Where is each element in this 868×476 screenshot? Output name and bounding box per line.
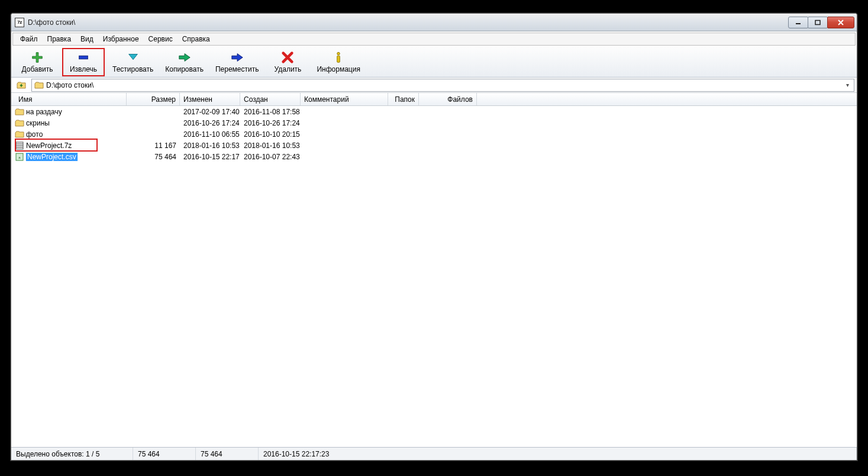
file-row[interactable]: скрины2016-10-26 17:242016-10-26 17:24: [11, 117, 857, 128]
status-time: 2016-10-15 22:17:23: [259, 448, 857, 460]
file-created: 2016-10-10 20:15: [240, 130, 301, 139]
app-icon: 7z: [15, 18, 24, 27]
minimize-button[interactable]: [788, 17, 808, 28]
move-button[interactable]: Переместить: [211, 48, 263, 76]
test-button[interactable]: Тестировать: [108, 48, 157, 76]
delete-label: Удалить: [275, 65, 302, 73]
file-row[interactable]: фото2016-11-10 06:552016-10-10 20:15: [11, 128, 857, 140]
folder-icon: [15, 119, 24, 127]
menu-edit[interactable]: Правка: [43, 34, 76, 44]
file-name: скрины: [26, 119, 50, 127]
menu-help[interactable]: Справка: [178, 34, 215, 44]
window-controls: [789, 17, 854, 28]
col-created[interactable]: Создан: [240, 93, 301, 105]
status-selection: Выделено объектов: 1 / 5: [11, 448, 133, 460]
file-modified: 2018-01-16 10:53: [180, 141, 240, 150]
menu-bar: Файл Правка Вид Избранное Сервис Справка: [12, 33, 856, 46]
path-input[interactable]: D:\фото стоки\ ▾: [31, 79, 854, 92]
col-size[interactable]: Размер: [127, 93, 180, 105]
info-button[interactable]: Информация: [312, 48, 364, 76]
minus-icon: [76, 51, 91, 64]
file-name: NewProject.7z: [26, 141, 72, 150]
toolbar: Добавить Извлечь Тестировать Копировать …: [11, 47, 857, 78]
info-icon: [331, 51, 346, 64]
file-created: 2016-11-08 17:58: [240, 108, 301, 116]
column-headers: Имя Размер Изменен Создан Комментарий Па…: [11, 93, 857, 106]
add-button[interactable]: Добавить: [16, 48, 59, 76]
folder-icon: [15, 108, 24, 116]
status-size2: 75 464: [196, 448, 259, 460]
status-size1: 75 464: [133, 448, 196, 460]
menu-tools[interactable]: Сервис: [144, 34, 178, 44]
file-modified: 2016-10-15 22:17: [180, 153, 240, 161]
svg-point-3: [337, 52, 340, 55]
plus-icon: [30, 51, 44, 64]
arrow-right-icon: [178, 51, 192, 64]
file-created: 2018-01-16 10:53: [240, 141, 301, 150]
file-row[interactable]: aNewProject.csv75 4642016-10-15 22:17201…: [11, 151, 857, 162]
file-modified: 2016-10-26 17:24: [180, 119, 240, 127]
folder-icon: [34, 81, 44, 89]
close-button[interactable]: [827, 17, 854, 28]
file-row[interactable]: NewProject.7z11 1672018-01-16 10:532018-…: [11, 140, 857, 151]
csv-icon: a: [15, 153, 24, 161]
extract-button[interactable]: Извлечь: [62, 48, 105, 76]
x-icon: [280, 51, 295, 64]
copy-button[interactable]: Копировать: [161, 48, 208, 76]
col-folders[interactable]: Папок: [388, 93, 419, 105]
up-button[interactable]: [14, 79, 29, 92]
arrow-right-blue-icon: [230, 51, 244, 64]
file-name: фото: [26, 130, 43, 139]
app-window: 7z D:\фото стоки\ Файл Правка Вид Избран…: [11, 13, 857, 461]
status-bar: Выделено объектов: 1 / 5 75 464 75 464 2…: [11, 447, 857, 460]
file-modified: 2017-02-09 17:40: [180, 108, 240, 116]
file-created: 2016-10-07 22:43: [240, 153, 301, 161]
col-comment[interactable]: Комментарий: [301, 93, 388, 105]
folder-icon: [15, 130, 24, 139]
info-label: Информация: [317, 65, 360, 73]
chevron-down-icon[interactable]: ▾: [844, 82, 851, 88]
file-size: 75 464: [127, 153, 180, 161]
folder-up-icon: [16, 80, 27, 91]
svg-rect-4: [337, 56, 340, 62]
extract-label: Извлечь: [70, 65, 97, 73]
path-text: D:\фото стоки\: [46, 81, 93, 89]
test-label: Тестировать: [112, 65, 153, 73]
col-modified[interactable]: Изменен: [180, 93, 240, 105]
move-label: Переместить: [215, 65, 259, 73]
menu-file[interactable]: Файл: [15, 34, 43, 44]
col-name[interactable]: Имя: [11, 93, 127, 105]
file-list[interactable]: на раздачу2017-02-09 17:402016-11-08 17:…: [11, 106, 857, 447]
file-created: 2016-10-26 17:24: [240, 119, 301, 127]
test-icon: [126, 51, 140, 64]
menu-favorites[interactable]: Избранное: [98, 34, 144, 44]
maximize-button[interactable]: [808, 17, 828, 28]
file-row[interactable]: на раздачу2017-02-09 17:402016-11-08 17:…: [11, 106, 857, 117]
window-title: D:\фото стоки\: [28, 18, 75, 27]
file-size: 11 167: [127, 141, 180, 150]
address-bar: D:\фото стоки\ ▾: [11, 78, 857, 93]
copy-label: Копировать: [165, 65, 204, 73]
menu-view[interactable]: Вид: [76, 34, 98, 44]
col-files[interactable]: Файлов: [419, 93, 477, 105]
svg-rect-1: [815, 20, 820, 24]
svg-rect-2: [79, 56, 88, 59]
file-modified: 2016-11-10 06:55: [180, 130, 240, 139]
add-label: Добавить: [21, 65, 53, 73]
title-bar[interactable]: 7z D:\фото стоки\: [11, 14, 857, 31]
delete-button[interactable]: Удалить: [266, 48, 309, 76]
file-name: NewProject.csv: [26, 153, 78, 161]
archive-icon: [15, 141, 24, 150]
file-name: на раздачу: [26, 108, 62, 116]
